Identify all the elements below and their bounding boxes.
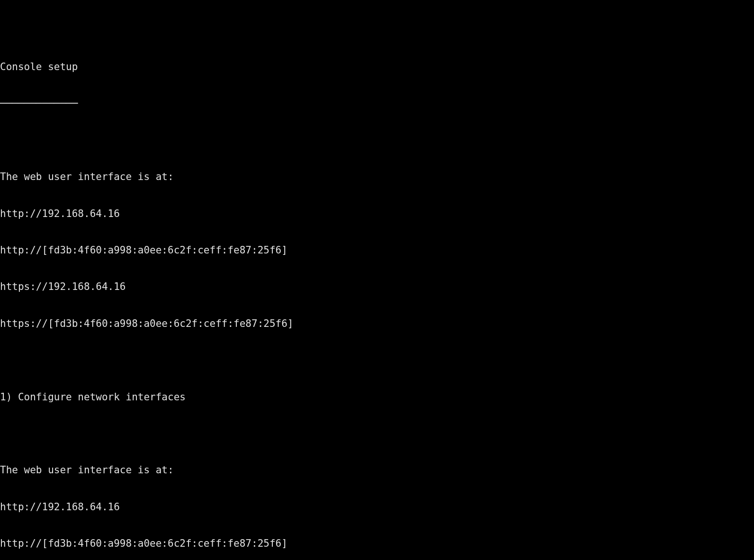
web-ui-url: http://192.168.64.16 [0,501,754,514]
menu-option-1-partial[interactable]: 1) Configure network interfaces [0,391,754,404]
blank-line [0,428,754,440]
blank-line [0,135,754,147]
blank-line [0,25,754,37]
web-ui-url: http://[fd3b:4f60:a998:a0ee:6c2f:ceff:fe… [0,244,754,257]
web-ui-url: https://[fd3b:4f60:a998:a0ee:6c2f:ceff:f… [0,318,754,330]
web-ui-url: http://192.168.64.16 [0,208,754,220]
web-ui-heading: The web user interface is at: [0,464,754,477]
blank-line [0,354,754,367]
web-ui-url: http://[fd3b:4f60:a998:a0ee:6c2f:ceff:fe… [0,538,754,550]
web-ui-url: https://192.168.64.16 [0,281,754,293]
console-terminal[interactable]: Console setup ───────────── The web user… [0,0,754,560]
console-title: Console setup [0,61,754,73]
divider: ───────────── [0,98,754,110]
web-ui-heading: The web user interface is at: [0,171,754,183]
